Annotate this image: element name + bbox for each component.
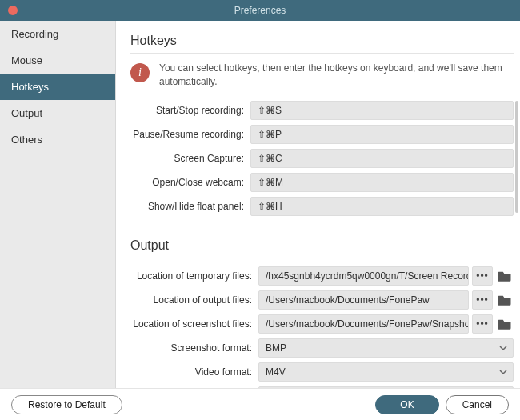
divider	[130, 53, 514, 54]
scrollbar-thumb[interactable]	[515, 101, 518, 213]
window-title: Preferences	[234, 5, 286, 16]
sidebar: Recording Mouse Hotkeys Output Others	[0, 21, 116, 388]
hotkey-row-webcam: Open/Close webcam: ⇧⌘M	[130, 173, 514, 192]
browse-button-temp[interactable]: •••	[472, 266, 493, 286]
browse-button-output[interactable]: •••	[472, 290, 493, 310]
output-section-title: Output	[130, 238, 514, 253]
hotkey-label: Screen Capture:	[130, 153, 250, 164]
select-video-codec[interactable]: H264	[258, 386, 514, 388]
hotkey-label: Open/Close webcam:	[130, 177, 250, 188]
hotkeys-info-text: You can select hotkeys, then enter the h…	[159, 62, 514, 90]
scroll-area[interactable]: Hotkeys i You can select hotkeys, then e…	[116, 21, 514, 388]
window-close-button[interactable]	[8, 6, 18, 15]
select-label: Video format:	[130, 366, 258, 378]
hotkey-row-start-stop: Start/Stop recording: ⇧⌘S	[130, 101, 514, 120]
restore-default-button[interactable]: Restore to Default	[11, 395, 122, 414]
select-video-format[interactable]: M4V	[258, 362, 514, 382]
path-row-screenshot: Location of screenshot files: /Users/mac…	[130, 314, 514, 334]
sidebar-item-mouse[interactable]: Mouse	[0, 47, 115, 74]
hotkey-field-start-stop[interactable]: ⇧⌘S	[250, 101, 514, 120]
select-row-screenshot-format: Screenshot format: BMP	[130, 338, 514, 358]
sidebar-item-others[interactable]: Others	[0, 126, 115, 153]
hotkey-field-webcam[interactable]: ⇧⌘M	[250, 173, 514, 192]
open-folder-icon[interactable]	[496, 266, 514, 286]
info-icon: i	[130, 63, 150, 82]
path-row-temp: Location of temporary files: /hx45sgnbh4…	[130, 266, 514, 286]
path-field-temp[interactable]: /hx45sgnbh4ycrdm5qw0000gn/T/Screen Recor…	[258, 266, 469, 286]
hotkey-row-screen-capture: Screen Capture: ⇧⌘C	[130, 149, 514, 168]
hotkey-label: Show/Hide float panel:	[130, 201, 250, 212]
path-row-output: Location of output files: /Users/macbook…	[130, 290, 514, 310]
open-folder-icon[interactable]	[496, 290, 514, 310]
select-screenshot-format[interactable]: BMP	[258, 338, 514, 358]
content-area: Hotkeys i You can select hotkeys, then e…	[116, 21, 520, 388]
path-label: Location of output files:	[130, 294, 258, 306]
select-value: BMP	[266, 342, 286, 354]
hotkey-label: Pause/Resume recording:	[130, 129, 250, 140]
hotkey-field-pause-resume[interactable]: ⇧⌘P	[250, 125, 514, 144]
hotkeys-info: i You can select hotkeys, then enter the…	[130, 62, 514, 90]
title-bar: Preferences	[0, 0, 520, 21]
path-field-screenshot[interactable]: /Users/macbook/Documents/FonePaw/Snapsho…	[258, 314, 469, 334]
hotkeys-section-title: Hotkeys	[130, 34, 514, 48]
select-row-video-codec: Video codec: H264	[130, 386, 514, 388]
sidebar-item-output[interactable]: Output	[0, 100, 115, 126]
divider	[130, 258, 514, 258]
select-label: Screenshot format:	[130, 342, 258, 354]
hotkey-row-pause-resume: Pause/Resume recording: ⇧⌘P	[130, 125, 514, 144]
browse-button-screenshot[interactable]: •••	[472, 314, 493, 334]
select-value: M4V	[266, 366, 286, 378]
ok-button[interactable]: OK	[375, 395, 438, 414]
sidebar-item-hotkeys[interactable]: Hotkeys	[0, 74, 115, 100]
select-row-video-format: Video format: M4V	[130, 362, 514, 382]
cancel-button[interactable]: Cancel	[446, 395, 509, 414]
hotkey-field-screen-capture[interactable]: ⇧⌘C	[250, 149, 514, 168]
path-label: Location of temporary files:	[130, 270, 258, 282]
hotkey-label: Start/Stop recording:	[130, 105, 250, 116]
hotkey-row-float-panel: Show/Hide float panel: ⇧⌘H	[130, 197, 514, 216]
sidebar-item-recording[interactable]: Recording	[0, 21, 115, 47]
path-field-output[interactable]: /Users/macbook/Documents/FonePaw	[258, 290, 469, 310]
open-folder-icon[interactable]	[496, 314, 514, 334]
footer: Restore to Default OK Cancel	[0, 388, 520, 420]
chevron-down-icon	[498, 367, 508, 377]
hotkey-field-float-panel[interactable]: ⇧⌘H	[250, 197, 514, 216]
path-label: Location of screenshot files:	[130, 318, 258, 330]
chevron-down-icon	[498, 343, 508, 353]
